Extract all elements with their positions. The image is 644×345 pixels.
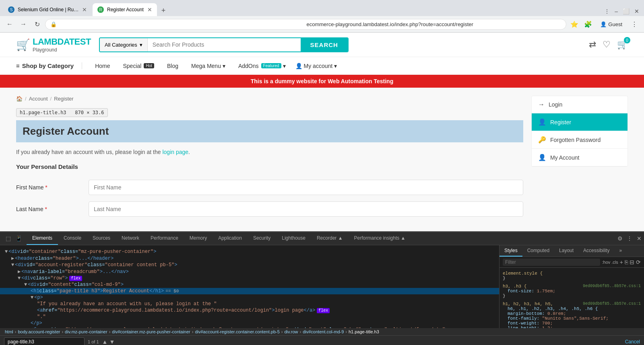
devtools-tab-security[interactable]: Security (248, 232, 276, 245)
compare-icon[interactable]: ⇄ (589, 39, 596, 50)
expand-2[interactable]: ▶ (11, 255, 14, 261)
nav-blog[interactable]: Blog (161, 58, 185, 74)
search-button[interactable]: SEARCH (301, 38, 348, 51)
more-options-icon[interactable]: ⋮ (629, 18, 640, 30)
styles-pseudo-label[interactable]: :hov .cls (602, 260, 618, 265)
style-source-2: 9ed09db6f85..8b57e.css:1 (583, 284, 641, 288)
nav-addons[interactable]: AddOns Featured ▾ (232, 58, 292, 74)
tab-close-1[interactable]: ✕ (82, 6, 87, 13)
dom-breadcrumb-div-container[interactable]: div#container.mz-pure-pusher-container (112, 329, 190, 334)
dom-breadcrumb-html[interactable]: html (5, 329, 13, 334)
login-page-link[interactable]: login page (162, 149, 188, 155)
expand-3[interactable]: ▼ (11, 262, 14, 268)
devtools-tab-performance[interactable]: Performance (145, 232, 184, 245)
search-prev-button[interactable]: ▲ (102, 339, 108, 345)
forward-button[interactable]: → (18, 18, 29, 30)
copy-element-styles-icon[interactable]: ⎘ (625, 259, 628, 265)
shop-by-category-button[interactable]: ≡ Shop by Category (16, 62, 82, 69)
dom-breadcrumb-body[interactable]: body.account-register (18, 329, 60, 334)
search-cancel-button[interactable]: Cancel (625, 339, 640, 345)
dom-line-5[interactable]: ▼ <div class="row" > flex (0, 275, 499, 281)
styles-filter-input[interactable] (503, 259, 600, 266)
device-icon[interactable]: 📱 (14, 234, 23, 243)
dom-line-7-selected[interactable]: <h1 class="page-title h3" >Register Acco… (0, 288, 499, 294)
new-tab-button[interactable]: + (158, 5, 169, 16)
devtools-tab-memory[interactable]: Memory (184, 232, 213, 245)
devtools-tab-network[interactable]: Network (116, 232, 145, 245)
devtools-tab-lighthouse[interactable]: Lighthouse (276, 232, 311, 245)
dom-line-12[interactable]: </p> (0, 320, 499, 327)
sidebar-register[interactable]: 👤 Register (532, 113, 627, 131)
tab-register[interactable]: R Register Account ✕ (93, 3, 157, 16)
dom-line-2[interactable]: ▶ <header class="header" >...</header> (0, 255, 499, 262)
dom-line-3[interactable]: ▼ <div id="account-register" class="cont… (0, 262, 499, 268)
styles-tab-computed[interactable]: Computed (522, 245, 554, 257)
extensions-icon[interactable]: 🧩 (582, 18, 594, 30)
nav-home[interactable]: Home (89, 58, 116, 74)
close-window-btn[interactable]: ✕ (633, 6, 641, 16)
sidebar-my-account[interactable]: 👤 My Account (532, 149, 627, 166)
expand-5[interactable]: ▼ (18, 275, 21, 281)
dom-line-10[interactable]: <a href="https://ecommerce-playground.la… (0, 307, 499, 314)
dom-breadcrumb-row[interactable]: div.row (284, 329, 298, 334)
dom-line-9[interactable]: "If you already have an account with us,… (0, 301, 499, 307)
logo[interactable]: 🛒 LAMBDATEST Playground (16, 37, 91, 53)
dom-panel[interactable]: ▼ <div id="container" class="mz-pure-pus… (0, 245, 499, 328)
dom-line-4[interactable]: ▶ <nav aria-label="breadcrumb" >...</nav… (0, 268, 499, 275)
refresh-styles-icon[interactable]: ⟳ (636, 259, 641, 265)
expand-8[interactable]: ▼ (31, 295, 33, 300)
expand-1[interactable]: ▼ (5, 249, 8, 255)
restore-btn[interactable]: ⬜ (621, 6, 631, 16)
tab-overflow-btn[interactable]: ⋮ (603, 6, 611, 16)
expand-6[interactable]: ▼ (24, 282, 27, 288)
nav-special[interactable]: Special Hot (116, 58, 160, 74)
dom-breadcrumb-content[interactable]: div#content.col-md-9 (303, 329, 344, 334)
sidebar-login[interactable]: → Login (532, 96, 627, 113)
toggle-sidebar-icon[interactable]: ⊟ (630, 259, 634, 265)
devtools-tab-application[interactable]: Application (213, 232, 248, 245)
back-button[interactable]: ← (4, 18, 15, 30)
styles-tab-styles[interactable]: Styles (500, 245, 522, 257)
profile-button[interactable]: 👤 Guest (596, 20, 626, 29)
refresh-button[interactable]: ↻ (31, 18, 43, 30)
bookmark-icon[interactable]: ⭐ (569, 18, 580, 30)
dom-breadcrumb-account-register[interactable]: div#account-register.container.content.p… (195, 329, 279, 334)
devtools-settings-icon[interactable]: ⚙ (615, 234, 625, 243)
tab-selenium[interactable]: S Selenium Grid Online | Run Sele... ✕ (3, 3, 92, 16)
nav-mega-menu[interactable]: Mega Menu ▾ (185, 58, 232, 74)
sidebar-forgotten-password[interactable]: 🔑 Forgotten Password (532, 131, 627, 149)
cart-icon[interactable]: 🛒 0 (617, 39, 628, 50)
wishlist-icon[interactable]: ♡ (603, 39, 611, 50)
devtools-tab-performance-insights[interactable]: Performance insights ▲ (349, 232, 411, 245)
devtools-more-icon[interactable]: ⋮ (625, 234, 634, 243)
devtools-search-input[interactable] (4, 337, 85, 345)
breadcrumb-account[interactable]: Account (29, 96, 48, 102)
minimize-btn[interactable]: – (613, 6, 619, 16)
category-select[interactable]: All Categories ▾ (100, 38, 148, 51)
devtools-tab-recorder[interactable]: Recorder ▲ (311, 232, 349, 245)
dom-line-11[interactable]: "." (0, 314, 499, 320)
dom-line-8[interactable]: ▼ <p> (0, 294, 499, 301)
styles-tab-more[interactable]: » (614, 245, 627, 257)
styles-tab-layout[interactable]: Layout (554, 245, 578, 257)
search-input[interactable] (148, 38, 301, 51)
first-name-input[interactable] (89, 180, 523, 195)
devtools-tab-elements[interactable]: Elements (27, 232, 58, 245)
nav-account[interactable]: 👤 My account ▾ (295, 63, 337, 69)
add-style-rule-icon[interactable]: + (620, 259, 623, 265)
expand-4[interactable]: ▶ (18, 269, 21, 275)
inspect-icon[interactable]: ⬚ (3, 234, 13, 243)
styles-tab-accessibility[interactable]: Accessibility (578, 245, 614, 257)
address-bar[interactable]: 🔒 ecommerce-playground.lambdatest.io/ind… (45, 19, 566, 30)
dom-line-1[interactable]: ▼ <div id="container" class="mz-pure-pus… (0, 248, 499, 255)
devtools-close-icon[interactable]: ✕ (634, 234, 644, 243)
last-name-input[interactable] (89, 201, 523, 217)
devtools-tab-console[interactable]: Console (58, 232, 87, 245)
home-icon[interactable]: 🏠 (16, 96, 23, 102)
devtools-tab-sources[interactable]: Sources (87, 232, 116, 245)
search-next-button[interactable]: ▼ (109, 339, 115, 345)
dom-breadcrumb-div-mz[interactable]: div.mz-pure-container (65, 329, 107, 334)
dom-breadcrumb-h1[interactable]: h1.page-title.h3 (349, 329, 379, 334)
tab-close-2[interactable]: ✕ (147, 6, 152, 13)
dom-line-6[interactable]: ▼ <div id="content" class="col-md-9" > (0, 281, 499, 288)
